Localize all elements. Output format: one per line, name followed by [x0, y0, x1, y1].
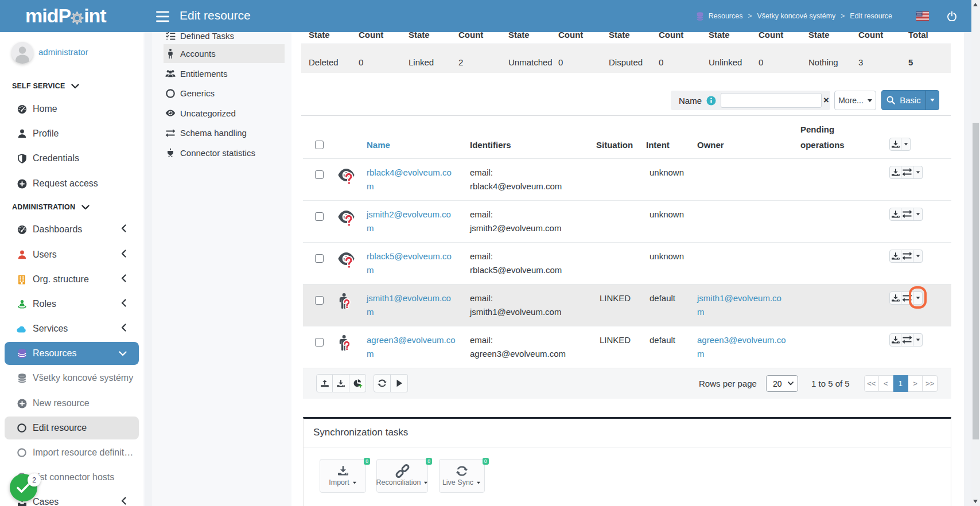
- row-checkbox[interactable]: [315, 338, 324, 347]
- scroll-down-arrow-icon[interactable]: [973, 500, 978, 503]
- row-download-button[interactable]: [889, 291, 901, 305]
- row-change-owner-button[interactable]: [901, 333, 913, 347]
- account-name-link[interactable]: agreen3@evolveum.com: [367, 335, 455, 359]
- download-button[interactable]: [333, 374, 349, 392]
- sidebar-item-label: Credentials: [33, 153, 79, 164]
- sidebar-item-edit-resource[interactable]: Edit resource: [0, 417, 143, 439]
- row-checkbox[interactable]: [315, 170, 324, 179]
- page-scrollbar[interactable]: [971, 0, 980, 506]
- download-icon: [892, 211, 900, 218]
- caret-down-icon: [916, 171, 919, 173]
- account-situation: [589, 158, 639, 200]
- account-name-link[interactable]: jsmith1@evolveum.com: [367, 293, 451, 317]
- database-icon: [16, 373, 28, 383]
- pager-previous[interactable]: <: [879, 375, 894, 392]
- upload-button[interactable]: [316, 374, 333, 392]
- sidebar-item-import-resource-definit[interactable]: Import resource definit…: [0, 441, 143, 464]
- menu-toggle-icon[interactable]: [155, 10, 170, 24]
- resource-menu-item-generics[interactable]: Generics: [143, 84, 291, 103]
- download-icon: [892, 141, 900, 148]
- row-download-button[interactable]: [889, 250, 901, 263]
- sidebar-item-services[interactable]: Services: [0, 317, 143, 340]
- sidebar-item-dashboards[interactable]: Dashboards: [0, 218, 143, 241]
- sync-task-import-button[interactable]: Import: [320, 459, 366, 493]
- sidebar-section-label[interactable]: SELF SERVICE: [12, 80, 79, 92]
- info-icon[interactable]: [706, 96, 716, 106]
- row-checkbox[interactable]: [315, 212, 324, 221]
- breadcrumb-item-resource[interactable]: Všetky koncové systémy: [757, 12, 835, 20]
- resource-menu-item-accounts[interactable]: Accounts: [143, 44, 291, 64]
- sidebar-item-v-etky-koncov-syst-my[interactable]: Všetky koncové systémy: [0, 367, 143, 390]
- sidebar-item-request-access[interactable]: Request access: [0, 172, 143, 195]
- row-download-button[interactable]: [889, 208, 901, 221]
- row-checkbox[interactable]: [315, 254, 324, 263]
- select-all-checkbox[interactable]: [315, 141, 324, 149]
- refresh-button[interactable]: [374, 374, 391, 392]
- resource-menu-item-uncategorized[interactable]: Uncategorized: [143, 103, 291, 123]
- row-download-button[interactable]: [889, 333, 901, 347]
- sync-task-live-sync-button[interactable]: Live Sync: [439, 459, 485, 493]
- row-menu-dropdown-button[interactable]: [913, 166, 923, 179]
- sync-task-reconciliation-button[interactable]: Reconciliation: [376, 459, 428, 493]
- account-intent: unknown: [639, 158, 690, 200]
- row-change-owner-button[interactable]: [901, 166, 913, 179]
- account-name-link[interactable]: rblack4@evolveum.com: [367, 168, 452, 191]
- account-name-link[interactable]: rblack5@evolveum.com: [367, 251, 452, 275]
- export-download-button[interactable]: [889, 138, 901, 151]
- row-change-owner-button[interactable]: [901, 208, 913, 221]
- account-name-link[interactable]: jsmith2@evolveum.com: [367, 209, 451, 233]
- account-owner-link[interactable]: jsmith1@evolveum.com: [697, 293, 781, 317]
- accounts-table-header-row: Name Identifiers Situation Intent Owner …: [303, 120, 951, 158]
- sidebar-item-users[interactable]: Users: [0, 243, 143, 266]
- sidebar-item-new-resource[interactable]: New resource: [0, 392, 143, 415]
- database-icon: [697, 12, 703, 21]
- breadcrumb-item-resources[interactable]: Resources: [709, 12, 743, 20]
- scroll-up-arrow-icon[interactable]: [973, 3, 978, 6]
- sidebar-item-resources[interactable]: Resources: [0, 342, 143, 365]
- avatar[interactable]: [11, 42, 33, 64]
- row-checkbox[interactable]: [315, 296, 324, 305]
- row-menu-dropdown-button[interactable]: [913, 333, 923, 347]
- search-clear-icon[interactable]: ×: [822, 91, 830, 110]
- search-input[interactable]: [721, 93, 822, 108]
- pager-next[interactable]: >: [908, 375, 923, 392]
- row-change-owner-button[interactable]: [901, 250, 913, 263]
- notification-count-bubble[interactable]: 2: [28, 473, 41, 486]
- sidebar-item-profile[interactable]: Profile: [0, 122, 143, 145]
- sidebar-item-label: Všetky koncové systémy: [33, 373, 133, 383]
- pager-page-1[interactable]: 1: [893, 375, 908, 392]
- export-dropdown-button[interactable]: [901, 138, 911, 151]
- sidebar-section-label[interactable]: ADMINISTRATION: [12, 201, 90, 213]
- pager-last[interactable]: >>: [923, 375, 938, 392]
- sidebar-item-credentials[interactable]: Credentials: [0, 147, 143, 170]
- name-column-header[interactable]: Name: [360, 120, 463, 158]
- sidebar-item-roles[interactable]: Roles: [0, 293, 143, 316]
- row-download-button[interactable]: [889, 166, 901, 179]
- rows-per-page-select[interactable]: 20: [766, 375, 798, 392]
- sidebar-item-home[interactable]: Home: [0, 98, 143, 120]
- users-icon: [165, 64, 176, 83]
- row-menu-dropdown-button[interactable]: [913, 208, 923, 221]
- add-object-button[interactable]: [349, 374, 366, 392]
- username-link[interactable]: administrator: [38, 47, 88, 57]
- row-menu-dropdown-button[interactable]: [913, 250, 923, 263]
- summary-value-cell: 0: [659, 57, 663, 68]
- resource-menu-item-connector-statistics[interactable]: Connector statistics: [143, 143, 291, 162]
- basic-search-dropdown[interactable]: [925, 91, 939, 110]
- us-flag-icon[interactable]: [916, 11, 929, 21]
- sidebar-item-org-structure[interactable]: Org. structure: [0, 268, 143, 291]
- run-task-button[interactable]: [391, 374, 408, 392]
- row-change-owner-button[interactable]: [901, 291, 913, 305]
- scrollbar-thumb[interactable]: [973, 123, 979, 439]
- download-icon: [892, 294, 900, 302]
- resource-menu-item-schema-handling[interactable]: Schema handling: [143, 123, 291, 143]
- pager-first[interactable]: <<: [864, 375, 879, 392]
- basic-search-button[interactable]: Basic: [881, 90, 939, 110]
- midpoint-logo[interactable]: midP int: [25, 5, 123, 28]
- resource-menu-item-entitlements[interactable]: Entitlements: [143, 64, 291, 83]
- eye-q-icon: [337, 251, 355, 270]
- logout-power-icon[interactable]: [947, 11, 957, 21]
- account-owner-link[interactable]: agreen3@evolveum.com: [697, 335, 785, 359]
- more-button[interactable]: More...: [834, 91, 876, 110]
- row-menu-dropdown-button[interactable]: [913, 291, 923, 305]
